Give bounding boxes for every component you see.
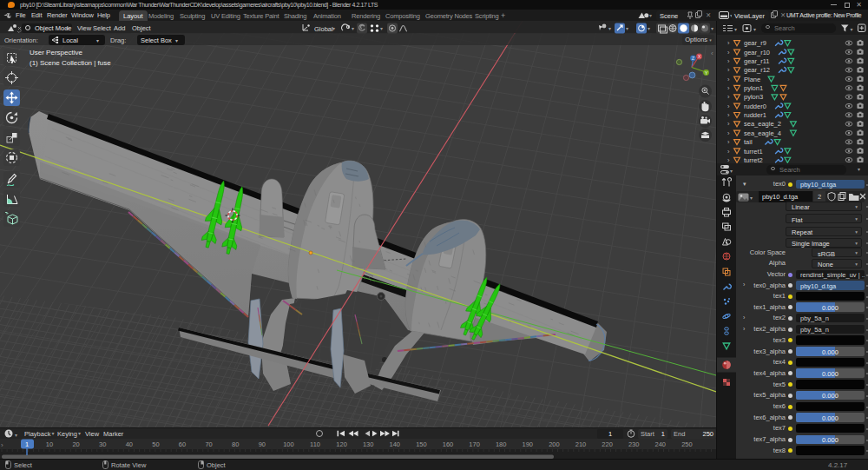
svg-text:›: ›	[727, 57, 730, 65]
svg-text:›: ›	[727, 111, 730, 119]
svg-text:▾: ▾	[15, 433, 17, 438]
svg-text:10: 10	[46, 440, 53, 448]
svg-text:▾: ▾	[380, 26, 383, 31]
svg-text:190: 190	[523, 440, 534, 448]
svg-text:›: ›	[727, 148, 730, 156]
svg-text:X: X	[698, 54, 701, 59]
svg-text:60: 60	[179, 440, 186, 448]
svg-text:200: 200	[549, 440, 560, 448]
svg-text:›: ›	[727, 120, 730, 128]
svg-text:▾: ▾	[352, 26, 354, 31]
svg-text:70: 70	[205, 440, 212, 448]
svg-text:▾: ▾	[626, 26, 628, 31]
svg-text:›: ›	[727, 129, 730, 137]
svg-text:rudder0: rudder0	[744, 103, 766, 110]
svg-text:▾: ▾	[734, 27, 737, 32]
svg-text:230: 230	[628, 440, 640, 448]
svg-text:▾: ▾	[730, 169, 733, 174]
svg-text:40: 40	[126, 440, 133, 448]
svg-text:Plane: Plane	[744, 76, 760, 83]
svg-text:▾: ▾	[711, 26, 713, 31]
svg-text:rudder1: rudder1	[744, 111, 766, 119]
svg-text:pylon3: pylon3	[744, 93, 763, 101]
svg-text:150: 150	[416, 440, 427, 448]
svg-text:240: 240	[655, 440, 667, 448]
svg-text:▾: ▾	[608, 26, 611, 31]
svg-text:▾: ▾	[750, 195, 753, 201]
svg-text:130: 130	[363, 440, 374, 448]
svg-text:50: 50	[152, 440, 159, 448]
svg-text:›: ›	[727, 39, 730, 47]
svg-text:80: 80	[232, 440, 239, 448]
svg-text:90: 90	[259, 440, 266, 448]
svg-text:20: 20	[72, 440, 79, 448]
svg-text:210: 210	[575, 440, 587, 448]
svg-text:120: 120	[336, 440, 347, 448]
svg-text:Global: Global	[314, 25, 333, 33]
svg-text:Y: Y	[705, 70, 708, 76]
svg-text:180: 180	[496, 440, 507, 448]
svg-text:1: 1	[25, 440, 29, 448]
svg-text:›: ›	[727, 156, 730, 163]
svg-text:›: ›	[727, 49, 730, 56]
svg-text:250: 250	[681, 440, 693, 448]
svg-text:140: 140	[390, 440, 401, 448]
svg-text:tail: tail	[744, 138, 753, 146]
svg-text:110: 110	[310, 440, 320, 448]
svg-text:▾: ▾	[332, 26, 335, 31]
svg-text:›: ›	[727, 66, 730, 74]
svg-text:gear_r11: gear_r11	[744, 57, 769, 65]
svg-text:turret2: turret2	[744, 156, 763, 163]
svg-text:gear_r12: gear_r12	[744, 66, 770, 74]
svg-text:gear_r10: gear_r10	[744, 49, 770, 56]
svg-text:220: 220	[602, 440, 613, 448]
svg-text:▾: ▾	[753, 27, 756, 32]
svg-text:160: 160	[443, 440, 454, 448]
svg-text:sea_eagle_4: sea_eagle_4	[744, 129, 781, 137]
svg-text:sea_eagle_2: sea_eagle_2	[744, 120, 781, 128]
svg-text:turret1: turret1	[744, 148, 763, 156]
svg-text:›: ›	[727, 84, 730, 92]
svg-text:›: ›	[727, 103, 730, 110]
svg-text:▾: ▾	[851, 27, 853, 32]
svg-text:▾: ▾	[648, 26, 650, 31]
svg-text:pylon1: pylon1	[744, 84, 763, 92]
svg-text:170: 170	[469, 440, 480, 448]
svg-text:›: ›	[727, 76, 730, 83]
svg-text:100: 100	[283, 440, 294, 448]
svg-text:30: 30	[99, 440, 106, 448]
svg-text:›: ›	[727, 138, 730, 146]
svg-text:gear_r9: gear_r9	[744, 39, 766, 47]
svg-text:›: ›	[727, 93, 730, 101]
